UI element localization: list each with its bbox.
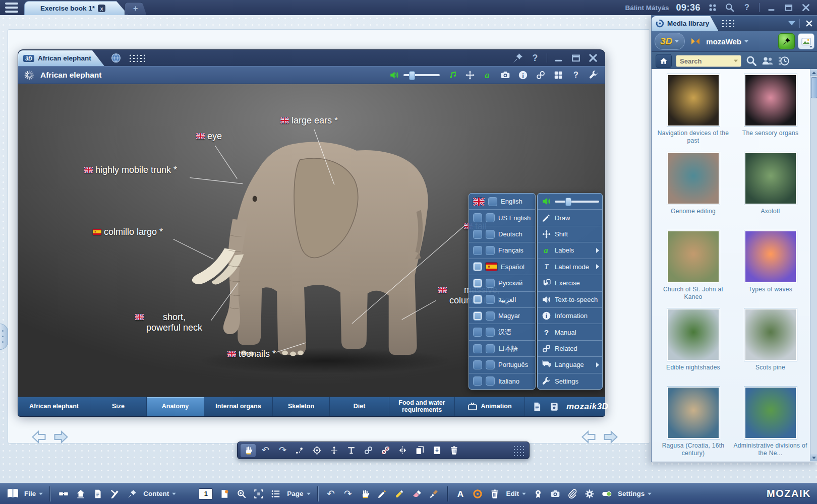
trash-button[interactable] [446,444,461,457]
model-label-short[interactable]: short, powerful neck [135,312,202,333]
model-label-toenails[interactable]: toenails * [227,349,276,359]
menu-item-information[interactable]: iInformation [538,307,602,324]
list-button[interactable] [269,487,282,500]
community-icon[interactable] [762,55,774,67]
record-circle-button[interactable] [471,487,485,500]
document-button[interactable] [91,487,104,500]
exercise-book-tab[interactable]: Exercise book 1* x [24,1,129,16]
search-icon[interactable] [745,55,757,67]
language-checkbox[interactable] [473,295,482,304]
music-button[interactable] [447,70,457,80]
model-label-colmillo-largo[interactable]: colmillo largo * [93,227,163,237]
image-view-button[interactable] [798,33,814,49]
zoom-plus-button[interactable] [235,487,248,500]
source-selector[interactable]: mozaWeb [706,37,749,46]
media-item-the-sensory-organs[interactable]: The sensory organs [732,74,809,152]
media-item-genome-editing[interactable]: Genome editing [655,152,732,230]
menu-item-label-mode[interactable]: TLabel mode [538,259,602,275]
nav-diamond-icon[interactable] [689,36,702,47]
menu-item-draw[interactable]: Draw [538,209,602,225]
labels-a-button[interactable]: a [483,70,493,80]
undo-button[interactable]: ↶ [324,487,338,500]
language-item-deutsch[interactable]: Deutsch [469,226,535,242]
next-page-icon[interactable] [602,429,619,445]
save-tool-button[interactable] [429,444,444,457]
language-checkbox[interactable] [473,213,482,222]
toggle-button[interactable] [600,487,613,500]
language-checkbox[interactable] [486,328,495,337]
menu-item-manual[interactable]: ?Manual [538,324,602,340]
3d-filter-button[interactable]: 3D [655,33,685,50]
next-page-icon[interactable] [52,429,70,445]
camera-button[interactable] [500,70,510,80]
viewer-tab-diet[interactable]: Diet [330,397,389,416]
media-item-types-of-waves[interactable]: Types of waves [732,230,809,308]
page-pin-button[interactable] [217,487,231,500]
left-edge-handle[interactable] [0,324,8,350]
camera-button[interactable] [548,487,562,500]
hand-tool-button[interactable] [359,487,372,500]
viewer-tab-anatomy[interactable]: Anatomy [147,397,204,416]
language-checkbox[interactable] [486,279,495,288]
viewer-tab-african-elephant[interactable]: African elephant [18,397,90,416]
language-checkbox[interactable] [473,344,482,353]
scroll-up-icon[interactable] [810,69,817,76]
viewer-tab-internal-organs[interactable]: Internal organs [204,397,273,416]
marker-button[interactable] [393,487,406,500]
wrench-button[interactable] [589,70,599,80]
book-icon[interactable] [6,487,20,500]
media-library-tab[interactable]: Media library [652,16,718,31]
scrollbar[interactable] [810,69,817,461]
clip-button[interactable] [565,487,579,500]
language-checkbox[interactable] [486,311,495,321]
language-item-us-english[interactable]: US English [469,209,535,225]
minimize-icon[interactable] [767,3,777,13]
language-checkbox[interactable] [486,376,495,386]
media-item-administrative-divisions-of-the-ne[interactable]: Administrative divisions of the Ne... [732,387,809,462]
language-checkbox[interactable] [473,328,482,337]
question-button[interactable]: ? [571,70,581,80]
home-button[interactable] [656,54,672,68]
minimize-icon[interactable] [553,52,564,64]
link-button[interactable] [361,444,376,457]
language-checkbox[interactable] [486,246,495,255]
select-area-button[interactable] [252,487,265,500]
language-item-item[interactable]: العربية [469,291,535,307]
gear-button[interactable] [582,487,596,500]
content-menu[interactable]: Content [143,490,177,497]
model-label-highly-mobile-trunk[interactable]: highly mobile trunk * [84,165,177,175]
trash-button[interactable] [488,487,502,500]
undo-button[interactable]: ↶ [258,444,273,457]
previous-page-icon[interactable] [30,429,47,445]
toolbar-grip-icon[interactable] [513,445,526,456]
info-button[interactable]: i [518,70,528,80]
close-icon[interactable] [801,3,811,13]
search-input[interactable] [679,57,731,66]
pin-panel-button[interactable] [778,33,795,49]
media-item-edible-nightshades[interactable]: Edible nightshades [655,308,732,387]
scrollbar-thumb[interactable] [811,77,817,98]
brush-button[interactable] [427,487,441,500]
redo-button[interactable]: ↷ [341,487,355,500]
close-icon[interactable] [588,52,599,64]
ruler-tool-button[interactable] [343,444,359,457]
pin-window-icon[interactable] [512,52,523,64]
speaker-icon[interactable] [389,70,399,80]
tools-button[interactable] [108,487,122,500]
language-checkbox[interactable] [486,295,495,304]
language-checkbox[interactable] [486,360,495,369]
path-tool-button[interactable] [292,444,307,457]
language-checkbox[interactable] [488,197,497,206]
search-box[interactable] [676,55,741,67]
globe-icon[interactable] [110,52,122,64]
close-icon[interactable] [805,19,813,28]
menu-item-settings[interactable]: Settings [538,373,602,389]
language-item-item[interactable]: Русский [469,275,535,291]
help-icon[interactable]: ? [530,52,541,64]
page-number-field[interactable]: 1 [199,488,213,499]
language-item-magyar[interactable]: Magyar [469,307,535,324]
previous-page-icon[interactable] [580,429,597,445]
language-checkbox[interactable] [473,262,482,271]
search-icon[interactable] [725,3,735,13]
page-menu[interactable]: Page [287,490,311,497]
